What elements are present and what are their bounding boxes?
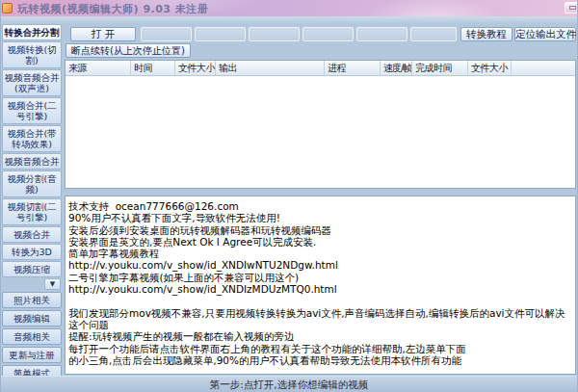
ghost-button-4 [302,27,354,41]
ghost-button-6 [410,27,457,41]
status-bar: 第一步:点打开,选择你想编辑的视频 [1,376,577,392]
column-time[interactable]: 时间 [131,61,175,76]
column-finish-time[interactable]: 完成时间 [412,61,468,76]
sidebar-item-convert-3d[interactable]: 转换为3D [2,244,62,260]
minimize-icon [569,6,576,10]
open-button[interactable]: 打 开 [70,27,136,41]
help-text-panel[interactable]: 技术支持 ocean777666@126.com 90%用户不认真看下面文字,导… [65,196,576,375]
app-icon [2,3,13,13]
column-progress[interactable]: 进程 [325,61,381,76]
sidebar-item-video-edit[interactable]: 视频编辑 [2,310,62,327]
column-speed-fps[interactable]: 速度/帧 [381,61,412,76]
title-bar: 玩转视频(视频编辑大师) 9.03 未注册 [1,0,577,16]
column-empty [512,61,575,76]
column-source[interactable]: 来源 [66,61,131,76]
sidebar-item-convert-merge-split[interactable]: 转换合并分割 [2,24,62,40]
task-table-body [66,76,575,188]
sidebar-item-video-merge[interactable]: 视频合并 [2,226,62,243]
ghost-button-1 [141,27,192,41]
sidebar-item-update-register[interactable]: 更新与注册 [2,347,62,363]
sidebar-item-video-compress[interactable]: 视频压缩 [2,261,62,277]
sidebar-item-video-cut-engine2[interactable]: 视频切割(二号引擎) [2,198,62,225]
task-table-header: 来源 时间 文件大小 输出 进程 速度/帧 完成时间 文件大小 [66,61,575,76]
column-filesize[interactable]: 文件大小 [175,61,216,76]
sidebar: 转换合并分割 视频转换(切割) 视频音频合并(双声道) 视频合并(二号引擎) 视… [2,24,63,376]
sidebar-item-audio-related[interactable]: 音频相关 [2,328,62,345]
sidebar-item-video-audio-merge-stereo[interactable]: 视频音频合并(双声道) [2,69,62,96]
status-text: 第一步:点打开,选择你想编辑的视频 [210,379,368,390]
resume-convert-button[interactable]: 断点续转(从上次停止位置) [66,43,191,58]
toolbar-top-divider [1,16,577,24]
locate-output-button[interactable]: 定位输出文件 [514,27,576,41]
column-filesize-out[interactable]: 文件大小 [468,61,512,76]
ghost-button-3 [249,27,300,41]
sidebar-item-video-audio-merge[interactable]: 视频音频合并 [2,153,62,170]
sidebar-item-photo-related[interactable]: 照片相关 [2,292,62,308]
sidebar-item-video-split-audio[interactable]: 视频分割(音频) [2,170,62,197]
sidebar-item-video-merge-engine2[interactable]: 视频合并(二号引擎) [2,97,62,124]
window-title: 玩转视频(视频编辑大师) 9.03 未注册 [17,2,208,16]
sidebar-more-dropdown-button[interactable]: ▼ [44,278,61,290]
task-table: 来源 时间 文件大小 输出 进程 速度/帧 完成时间 文件大小 [65,60,576,189]
column-output[interactable]: 输出 [216,61,325,76]
ghost-button-2 [195,27,246,41]
sidebar-item-video-merge-transition[interactable]: 视频合并(带转场效果) [2,125,62,152]
app-window: 玩转视频(视频编辑大师) 9.03 未注册 转换合并分割 视频转换(切割) 视频… [0,0,578,392]
window-control-button[interactable] [565,2,578,13]
tutorial-button[interactable]: 转换教程 [460,27,512,41]
ghost-button-5 [356,27,407,41]
sidebar-item-video-convert-cut[interactable]: 视频转换(切割) [2,41,62,68]
